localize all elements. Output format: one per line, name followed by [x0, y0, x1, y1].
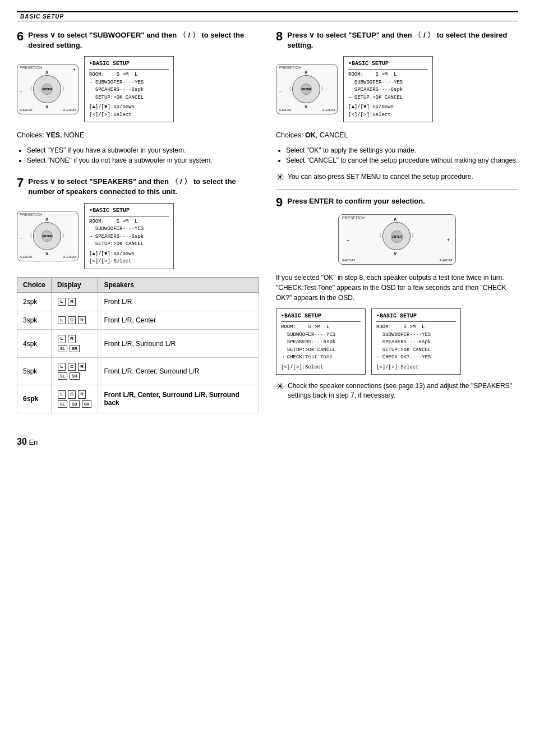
col-choice: Choice	[17, 277, 52, 292]
step7-osd-line6: [<]/[>]:Select	[89, 258, 169, 266]
display-6spk: L C R SL SB SR	[52, 385, 98, 413]
step6-osd: •BASIC SETUP ROOM: S >M L → SUBWOOFER···…	[84, 56, 174, 122]
step9-enter-button[interactable]: ENTER	[391, 231, 403, 243]
step8-enter-button[interactable]: ENTER	[301, 84, 312, 95]
step7-preset-label: PRESET/CH	[20, 213, 42, 216]
step6-choices-bold: YES	[46, 131, 60, 139]
step9-nav-ring: ENTER ∧ ∨ 〈 〉	[382, 222, 411, 250]
step8-tip-text: You can also press SET MENU to cancel th…	[288, 172, 473, 182]
step8-choices: Choices: OK, CANCEL	[276, 130, 518, 141]
step8-osd-line5: [▲]/[▼]:Up/Down	[348, 104, 428, 112]
enter-button[interactable]: ENTER	[41, 84, 53, 95]
nav-ring: ENTER ∧ ∨ 〈 〉	[33, 75, 61, 103]
osd-line2: → SUBWOOFER····YES	[89, 79, 169, 87]
step9-tip-text: Check the speaker connections (see page …	[288, 381, 518, 400]
badge-C5: C	[68, 363, 76, 371]
aec-cat-left: A-E/CAT.	[20, 108, 33, 112]
plus-sign: +	[73, 67, 76, 72]
step8-aec-right: A-E/CAT.	[322, 108, 336, 112]
page-number: 30 En	[17, 437, 38, 446]
step9-tip-star-icon: ✳	[276, 381, 284, 391]
speakers-2spk: Front L/R	[98, 292, 259, 311]
step7-section: 7 Press ∨ to select "SPEAKERS" and then …	[17, 177, 259, 413]
step8-osd-line4: → SETUP:>OK CANCEL	[348, 94, 428, 102]
table-row: 3spk L C R Front L/R, Center	[17, 311, 259, 329]
step9-section: 9 Press ENTER to confirm your selection.…	[276, 196, 518, 400]
step7-right-arrow: 〉	[62, 232, 67, 239]
step9-osdr-line4: SETUP:>OK CANCEL	[376, 347, 456, 354]
step8-osd-line1: ROOM: S >M L	[348, 71, 428, 79]
section-divider	[276, 189, 518, 190]
step7-heading: 7 Press ∨ to select "SPEAKERS" and then …	[17, 177, 259, 197]
step8-section: 8 Press ∨ to select "SETUP" and then 〈 /…	[276, 30, 518, 190]
col-speakers: Speakers	[98, 277, 259, 292]
badge-R4: R	[68, 335, 76, 343]
step8-remote: PRESET/CH ENTER ∧ ∨ 〈 〉 – A-E/CAT. A-E/C…	[276, 64, 338, 114]
step6-bullets: Select "YES" if you have a subwoofer in …	[17, 145, 259, 165]
choice-2spk: 2spk	[17, 292, 52, 311]
badge-L5: L	[58, 363, 66, 371]
badge-SR4: SR	[70, 345, 80, 352]
step8-text: Press ∨ to select "SETUP" and then 〈 / 〉…	[287, 30, 518, 50]
step8-preset-label: PRESET/CH	[279, 66, 301, 70]
osd-line5: [▲]/[▼]:Up/Down	[89, 104, 169, 112]
step9-down-arrow: ∨	[393, 250, 397, 256]
col-display: Display	[52, 277, 98, 292]
table-row: 6spk L C R SL	[17, 385, 259, 413]
step9-osdl-line5: → CHECK:Test Tone	[281, 354, 361, 362]
step6-remote: PRESET/CH ENTER ∧ ∨ 〈 〉 – + A-E/CAT.	[17, 64, 79, 114]
step7-osd-line1: ROOM: S >M L	[89, 218, 169, 226]
badge-R5: R	[78, 363, 86, 371]
step9-text: Press ENTER to confirm your selection.	[287, 196, 425, 209]
step8-tip: ✳ You can also press SET MENU to cancel …	[276, 172, 518, 182]
step8-heading: 8 Press ∨ to select "SETUP" and then 〈 /…	[276, 30, 518, 50]
speakers-3spk: Front L/R, Center	[98, 311, 259, 329]
step9-aec-right: A-E/CAT.	[440, 259, 453, 262]
left-arrow: 〈	[27, 85, 33, 93]
step7-enter-button[interactable]: ENTER	[41, 231, 53, 242]
step7-osd-line3: → SPEAKERS····6spk	[89, 233, 169, 241]
display-3spk: L C R	[52, 311, 98, 329]
header-bar: BASIC SETUP	[17, 11, 518, 21]
step9-osdr-line5: → CHECK OK?····YES	[376, 354, 456, 362]
step8-down: ∨	[304, 103, 308, 109]
badge-SL5: SL	[58, 372, 67, 380]
minus-sign: –	[20, 88, 22, 94]
step9-right-arrow: 〉	[411, 232, 417, 239]
step9-up-arrow: ∧	[393, 216, 397, 222]
step7-nav-ring: ENTER ∧ ∨ 〈 〉	[33, 222, 61, 250]
osd-line3: SPEAKERS····6spk	[89, 86, 169, 94]
down-arrow: ∨	[45, 103, 49, 109]
step9-osdr-line6: [<]/[>]:Select	[376, 364, 456, 372]
step9-osdr-line2: SUBWOOFER····YES	[376, 331, 456, 339]
step8-number: 8	[276, 30, 283, 50]
badge-SR5: SR	[70, 372, 80, 380]
step7-number: 7	[17, 177, 24, 197]
header-title: BASIC SETUP	[20, 13, 64, 20]
step8-osd-line2: SUBWOOFER····YES	[348, 79, 428, 87]
step9-osdr-line3: SPEAKERS····6spk	[376, 339, 456, 347]
step7-aec-right: A-E/CAT.	[63, 255, 77, 259]
step8-osd-line3: SPEAKERS····6spk	[348, 86, 428, 94]
step9-osdr-line1: ROOM: S >M L	[376, 324, 456, 331]
table-row: 5spk L C R SL	[17, 357, 259, 385]
right-column: 8 Press ∨ to select "SETUP" and then 〈 /…	[276, 30, 518, 420]
step6-diagram: PRESET/CH ENTER ∧ ∨ 〈 〉 – + A-E/CAT.	[17, 56, 259, 122]
choice-5spk: 5spk	[17, 357, 52, 385]
step8-right: 〉	[321, 85, 326, 93]
badge-R3: R	[78, 316, 86, 324]
step8-bullet2: Select "CANCEL" to cancel the setup proc…	[286, 155, 518, 165]
step6-heading: 6 Press ∨ to select "SUBWOOFER" and then…	[17, 30, 259, 50]
step8-bullet1: Select "OK" to apply the settings you ma…	[286, 145, 518, 155]
badge-SB6: SB	[70, 400, 80, 408]
step9-left-arrow: 〈	[376, 232, 382, 239]
step9-osd-right: •BASIC SETUP ROOM: S >M L SUBWOOFER····Y…	[371, 308, 461, 375]
speaker-table: Choice Display Speakers 2spk L	[17, 277, 259, 413]
step9-osdl-line3: SPEAKERS····6spk	[281, 339, 361, 347]
osd-line4: SETUP:>OK CANCEL	[89, 94, 169, 102]
step7-up-arrow: ∧	[45, 216, 49, 222]
step6-bullet2: Select "NONE" if you do not have a subwo…	[27, 155, 259, 165]
step8-left: 〈	[286, 85, 292, 93]
step9-aec-left: A-E/CAT.	[342, 259, 356, 262]
step6-section: 6 Press ∨ to select "SUBWOOFER" and then…	[17, 30, 259, 165]
